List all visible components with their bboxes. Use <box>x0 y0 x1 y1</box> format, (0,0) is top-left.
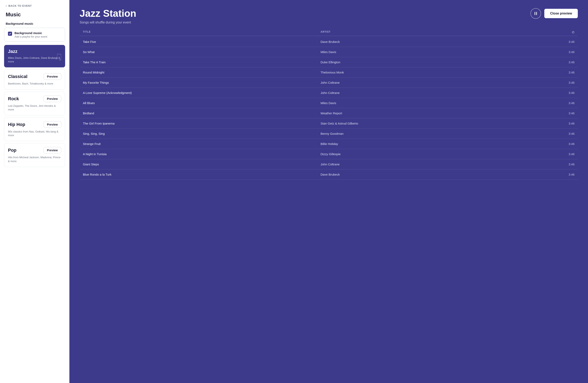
track-artist: Thelonious Monk <box>320 71 558 74</box>
table-row[interactable]: Round Midnight Thelonious Monk 3:46 <box>80 67 578 78</box>
pause-icon <box>534 12 537 15</box>
playlist-card-rock[interactable]: Rock Preview Led Zeppelin, The Doors, Ji… <box>4 92 65 115</box>
track-title: So What <box>83 50 320 54</box>
col-artist-header: ARTIST <box>320 30 558 34</box>
main-panel: Jazz Station Songs will shuffle during y… <box>69 0 588 383</box>
track-duration: 3:46 <box>558 81 574 84</box>
table-row[interactable]: Take Five Dave Brubeck 3:46 <box>80 37 578 47</box>
table-row[interactable]: A Night in Tunisia Dizzy Gillespie 3:46 <box>80 149 578 159</box>
track-duration: 3:46 <box>558 173 574 176</box>
station-subtitle: Songs will shuffle during your event <box>80 21 136 24</box>
table-row[interactable]: A Love Supreme (Acknowledgment) John Col… <box>80 88 578 98</box>
playlist-desc: 90s classics from Nas, Outkast, Wu-tang … <box>8 130 61 137</box>
track-title: Round Midnight <box>83 71 320 74</box>
track-title: Giant Steps <box>83 163 320 166</box>
track-artist: Dizzy Gillespie <box>320 152 558 156</box>
table-row[interactable]: Sing, Sing, Sing Benny Goodman 3:46 <box>80 129 578 139</box>
playlist-card-header: Rock Preview <box>8 96 61 102</box>
track-duration: 3:46 <box>558 111 574 115</box>
playlist-card-jazz[interactable]: Jazz Miles Davis, John Coltrane, Dave Br… <box>4 45 65 67</box>
track-artist: Billie Holiday <box>320 142 558 146</box>
playlist-desc: Beethoven, Bach, Tchaikovsky & more <box>8 82 61 85</box>
track-duration: 3:46 <box>558 152 574 156</box>
playlist-desc: Hits from Micheal Jackson, Madonna, Prin… <box>8 156 61 163</box>
track-title: Blue Rondo a la Turk <box>83 173 320 176</box>
track-duration: 3:46 <box>558 163 574 166</box>
chevron-left-icon: ‹ <box>6 4 7 7</box>
playlist-card-hiphop[interactable]: Hip Hop Preview 90s classics from Nas, O… <box>4 117 65 141</box>
pause-button[interactable] <box>530 8 541 19</box>
bg-music-card[interactable]: Background music Add a playlist for your… <box>4 28 65 42</box>
station-title: Jazz Station <box>80 8 136 19</box>
track-title: My Favorite Things <box>83 81 320 84</box>
track-artist: John Coltrane <box>320 81 558 84</box>
playlist-desc: Led Zeppelin, The Doors, Jimi Hendrix & … <box>8 104 61 111</box>
panel-header: Jazz Station Songs will shuffle during y… <box>69 0 588 28</box>
checkmark-icon <box>9 32 11 35</box>
track-artist: Miles Davis <box>320 101 558 105</box>
close-preview-button[interactable]: Close preview <box>544 9 578 18</box>
track-title: Sing, Sing, Sing <box>83 132 320 135</box>
playlist-card-classical[interactable]: Classical Preview Beethoven, Bach, Tchai… <box>4 69 65 89</box>
table-row[interactable]: Birdland Weather Report 3:46 <box>80 108 578 118</box>
clock-icon: ◴ <box>572 30 574 34</box>
playlist-name: Pop <box>8 148 17 153</box>
table-header: TITLE ARTIST ◴ <box>80 28 578 36</box>
track-duration: 3:46 <box>558 142 574 146</box>
track-artist: Stan Getz & Astrud Gilberto <box>320 122 558 125</box>
playlist-card-pop[interactable]: Pop Preview Hits from Micheal Jackson, M… <box>4 143 65 167</box>
table-row[interactable]: All Blues Miles Davis 3:46 <box>80 98 578 108</box>
bg-music-text: Background music Add a playlist for your… <box>15 31 47 38</box>
track-title: Strange Fruit <box>83 142 320 146</box>
track-title: A Night in Tunisia <box>83 152 320 156</box>
preview-button-classical[interactable]: Preview <box>43 73 61 80</box>
track-duration: 3:46 <box>558 50 574 54</box>
track-artist: Benny Goodman <box>320 132 558 135</box>
bg-music-subtitle: Add a playlist for your event <box>15 35 47 38</box>
preview-button-rock[interactable]: Preview <box>43 96 61 102</box>
track-rows-container: Take Five Dave Brubeck 3:46 So What Mile… <box>80 37 578 180</box>
table-row[interactable]: Blue Rondo a la Turk Dave Brubeck 3:46 <box>80 170 578 180</box>
col-duration-header: ◴ <box>558 30 574 34</box>
preview-button-pop[interactable]: Preview <box>43 147 61 153</box>
table-row[interactable]: My Favorite Things John Coltrane 3:46 <box>80 78 578 88</box>
playlist-name: Rock <box>8 96 19 102</box>
playlist-name: Jazz <box>8 49 17 54</box>
table-row[interactable]: Take The A Train Duke Ellington 3:46 <box>80 57 578 67</box>
track-title: All Blues <box>83 101 320 105</box>
track-title: Birdland <box>83 111 320 115</box>
section-label: Background music <box>0 22 69 28</box>
playlist-desc: Miles Davis, John Coltrane, Dave Brubeck… <box>8 56 61 64</box>
playlist-card-header: Jazz <box>8 49 61 54</box>
track-duration: 3:46 <box>558 91 574 95</box>
playlist-card-header: Classical Preview <box>8 73 61 80</box>
track-duration: 3:46 <box>558 122 574 125</box>
track-title: A Love Supreme (Acknowledgment) <box>83 91 320 95</box>
table-row[interactable]: Strange Fruit Billie Holiday 3:46 <box>80 139 578 149</box>
back-nav-label: BACK TO EVENT <box>8 4 32 7</box>
col-title-header: TITLE <box>83 30 320 34</box>
track-duration: 3:46 <box>558 101 574 105</box>
table-row[interactable]: Giant Steps John Coltrane 3:46 <box>80 159 578 170</box>
track-artist: Duke Ellington <box>320 61 558 64</box>
playlist-card-header: Pop Preview <box>8 147 61 153</box>
panel-header-right: Close preview <box>530 8 578 19</box>
playlist-list: Jazz Miles Davis, John Coltrane, Dave Br… <box>0 45 69 169</box>
track-duration: 3:46 <box>558 40 574 43</box>
back-nav[interactable]: ‹ BACK TO EVENT <box>0 0 69 11</box>
table-row[interactable]: So What Miles Davis 3:46 <box>80 47 578 57</box>
track-title: The Girl From Ipanema <box>83 122 320 125</box>
track-artist: Dave Brubeck <box>320 40 558 43</box>
track-artist: John Coltrane <box>320 163 558 166</box>
preview-button-hiphop[interactable]: Preview <box>43 121 61 128</box>
track-table: TITLE ARTIST ◴ Take Five Dave Brubeck 3:… <box>69 28 588 383</box>
track-duration: 3:46 <box>558 71 574 74</box>
track-artist: Dave Brubeck <box>320 173 558 176</box>
playlist-card-header: Hip Hop Preview <box>8 121 61 128</box>
playlist-name: Classical <box>8 74 27 79</box>
bg-music-checkbox[interactable] <box>8 32 12 36</box>
track-title: Take Five <box>83 40 320 43</box>
panel-header-left: Jazz Station Songs will shuffle during y… <box>80 8 136 24</box>
track-artist: Weather Report <box>320 111 558 115</box>
table-row[interactable]: The Girl From Ipanema Stan Getz & Astrud… <box>80 118 578 129</box>
